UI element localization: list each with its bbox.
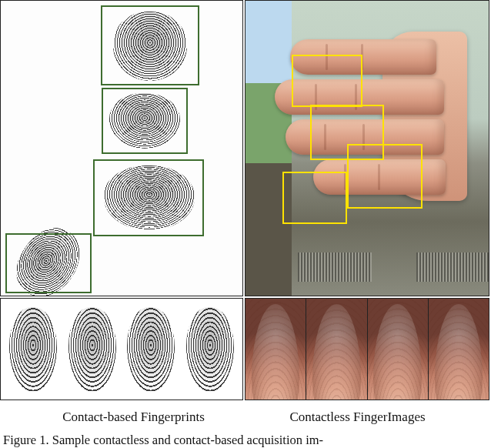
bbox-green-1 [101, 5, 199, 85]
fingertip-crop-4 [428, 299, 489, 400]
contact-fingerprints-strip [0, 298, 243, 400]
left-column [0, 0, 243, 400]
bbox-green-2 [102, 88, 188, 154]
fingerprint-strip-3 [127, 307, 175, 392]
right-column [245, 0, 489, 400]
contactless-hand-panel [245, 0, 489, 296]
bbox-yellow-1 [292, 55, 362, 107]
fingerprint-strip-4 [186, 307, 234, 392]
caption-right: Contactless FingerImages [246, 410, 469, 425]
figure-caption-truncated: Figure 1. Sample contactless and contact… [0, 433, 491, 448]
figure-wrap: Contact-based Fingerprints Contactless F… [0, 0, 491, 448]
fingertip-crop-2 [306, 299, 366, 400]
captions-row: Contact-based Fingerprints Contactless F… [0, 400, 491, 425]
fingerprint-strip-1 [9, 307, 57, 392]
bbox-yellow-4 [282, 172, 347, 224]
panels-row [0, 0, 491, 400]
contact-fingerprints-panel [0, 0, 243, 296]
fingertip-crop-3 [367, 299, 428, 400]
bbox-green-4 [5, 233, 92, 293]
bbox-green-3 [93, 159, 204, 236]
bg-stripe-2 [416, 252, 489, 282]
figure-caption-text: Figure 1. Sample contactless and contact… [3, 433, 323, 447]
fingerprint-strip-2 [68, 307, 116, 392]
contactless-crops-strip [245, 298, 489, 400]
caption-left: Contact-based Fingerprints [22, 410, 246, 425]
fingertip-crop-1 [246, 299, 306, 400]
bbox-yellow-3 [347, 144, 423, 209]
bg-stripe-1 [298, 252, 372, 282]
